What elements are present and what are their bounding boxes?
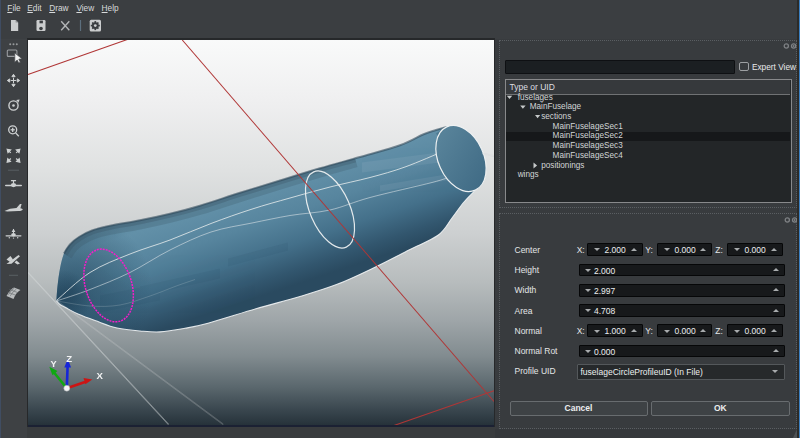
- svg-text:Y: Y: [51, 358, 57, 368]
- svg-text:X: X: [97, 369, 104, 380]
- svg-text:Z: Z: [66, 353, 72, 364]
